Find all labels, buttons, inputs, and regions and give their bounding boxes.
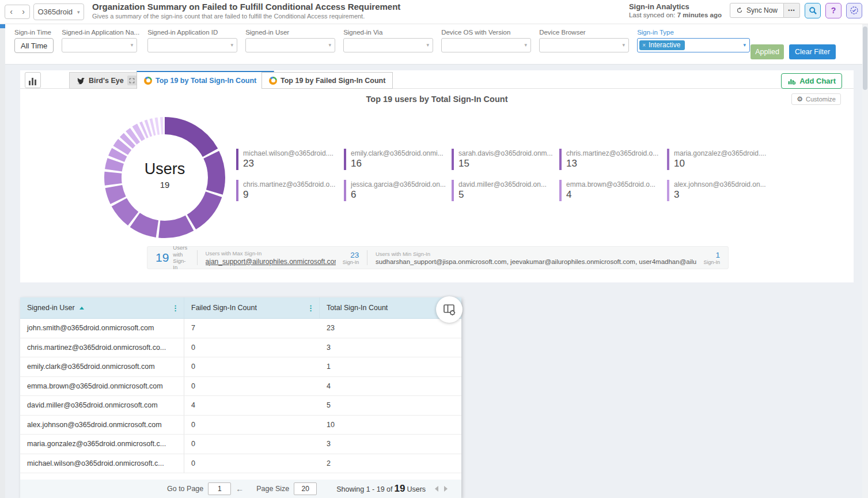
filter-group-sign-in-time: Sign-in TimeAll Time: [14, 29, 54, 53]
scrollbar[interactable]: [862, 24, 868, 498]
cell-total-count: 4: [320, 377, 461, 396]
legend-user-name: alex.johnson@o365droid.on...: [674, 180, 775, 188]
table-row[interactable]: chris.martinez@o365droid.onmicrosoft.co.…: [20, 338, 461, 358]
table-row[interactable]: maria.gonzalez@o365droid.onmicrosoft.c..…: [20, 435, 461, 454]
donut-chart: Users 19: [104, 116, 226, 239]
table-footer: Go to Page ← Page Size Showing 1 - 19 of…: [20, 480, 461, 498]
column-menu-icon[interactable]: ⋮: [172, 304, 179, 312]
goto-page-input[interactable]: [208, 482, 231, 495]
chart-legend: michael.wilson@o365droid....23emily.clar…: [236, 149, 775, 201]
filter-select-signed-in-application-id[interactable]: ▾: [147, 38, 237, 52]
page-title: Organization Summary on Failed to Fulfil…: [92, 2, 400, 12]
table-row[interactable]: emma.brown@o365droid.onmicrosoft.com04: [20, 377, 461, 397]
column-header-signed-in-user[interactable]: Signed-in User ⋮: [20, 297, 184, 318]
org-selector-value: O365droid: [37, 7, 73, 16]
cell-signed-in-user: emma.brown@o365droid.onmicrosoft.com: [20, 377, 184, 396]
go-arrow-icon[interactable]: ←: [236, 484, 244, 493]
cell-signed-in-user: chris.martinez@o365droid.onmicrosoft.co.…: [20, 338, 184, 357]
stat-min-users: sudharshan_support@jispa.onmicrosoft.com…: [376, 258, 696, 265]
legend-value: 15: [458, 158, 559, 169]
filter-select-signed-in-application-na[interactable]: ▾: [62, 38, 137, 52]
legend-item[interactable]: jessica.garcia@o365droid.on...6: [344, 180, 452, 201]
scrollbar-thumb[interactable]: [863, 27, 867, 90]
table-row[interactable]: michael.wilson@o365droid.onmicrosoft.c..…: [20, 454, 461, 474]
filter-select-device-os-with-version[interactable]: ▾: [441, 38, 531, 52]
legend-item[interactable]: chris.martinez@o365droid.o...13: [559, 149, 667, 170]
filter-group-signed-in-application-na: Signed-in Application Na...▾: [62, 29, 139, 53]
scheduler-button[interactable]: [846, 3, 862, 18]
left-rail: [0, 28, 5, 498]
chart-panel: Bird's Eye Top 19 by Total Sign-In Count…: [20, 70, 854, 282]
page-size-input[interactable]: [294, 482, 317, 495]
filters-container: Sign-in TimeAll TimeSigned-in Applicatio…: [14, 29, 750, 53]
search-button[interactable]: [805, 3, 821, 18]
tab-birds-eye[interactable]: Bird's Eye: [69, 72, 145, 89]
stat-max-user-link[interactable]: ajan_support@ailurophiles.onmicrosoft.co…: [206, 258, 336, 266]
signin-analytics-page: { "header": { "org_selector": "O365droid…: [0, 0, 868, 498]
showing-count: 19: [395, 483, 405, 494]
table-row[interactable]: john.smith@o365droid.onmicrosoft.com723: [20, 319, 461, 338]
column-menu-icon[interactable]: ⋮: [307, 304, 314, 312]
legend-user-name: sarah.davis@o365droid.onm...: [458, 149, 559, 157]
cell-signed-in-user: michael.wilson@o365droid.onmicrosoft.c..…: [20, 454, 184, 473]
legend-user-name: jessica.garcia@o365droid.on...: [351, 180, 452, 188]
next-page-icon[interactable]: [444, 486, 448, 492]
filter-button-sign-in-time[interactable]: All Time: [14, 38, 54, 53]
filter-group-sign-in-type: Sign-in Type×Interactive▾: [637, 29, 750, 53]
filter-select-signed-in-user[interactable]: ▾: [245, 38, 335, 52]
legend-item[interactable]: chris.martinez@o365droid.o...9: [236, 180, 344, 201]
legend-item[interactable]: alex.johnson@o365droid.on...3: [667, 180, 775, 201]
table-row[interactable]: alex.johnson@o365droid.onmicrosoft.com01…: [20, 416, 461, 435]
legend-item[interactable]: david.miller@o365droid.on...5: [452, 180, 559, 201]
more-options-button[interactable]: •••: [784, 3, 800, 18]
filter-label-signed-in-application-na: Signed-in Application Na...: [62, 29, 139, 36]
filter-label-signed-in-application-id: Signed-in Application ID: [147, 29, 237, 36]
signin-stats-bar: 19 Users with Sign-In Users with Max Sig…: [147, 246, 729, 269]
chevron-down-icon: ▾: [525, 42, 528, 48]
sync-now-button[interactable]: Sync Now: [730, 3, 784, 18]
stat-users-with-signin: 19 Users with Sign-In: [147, 244, 197, 271]
clear-filter-button[interactable]: Clear Filter: [789, 44, 836, 59]
cell-total-count: 2: [320, 454, 461, 473]
legend-item[interactable]: michael.wilson@o365droid....23: [236, 149, 344, 170]
legend-item[interactable]: emily.clark@o365droid.onmi...16: [344, 149, 452, 170]
title-block: Organization Summary on Failed to Fulfil…: [92, 2, 400, 20]
tab-birds-eye-label: Bird's Eye: [89, 77, 124, 85]
legend-item[interactable]: sarah.davis@o365droid.onm...15: [452, 149, 559, 170]
tab-top-total-label: Top 19 by Total Sign-In Count: [156, 77, 256, 85]
legend-user-name: chris.martinez@o365droid.o...: [566, 149, 667, 157]
search-icon: [809, 6, 817, 15]
remove-tag-icon[interactable]: ×: [642, 42, 646, 48]
filter-select-signed-in-via[interactable]: ▾: [343, 38, 433, 52]
legend-item[interactable]: maria.gonzalez@o365droid....10: [667, 149, 775, 170]
legend-item[interactable]: emma.brown@o365droid.o...4: [559, 180, 667, 201]
filter-select-sign-in-type[interactable]: ×Interactive▾: [637, 38, 750, 52]
cell-signed-in-user: alex.johnson@o365droid.onmicrosoft.com: [20, 416, 184, 435]
last-synced-value: 7 minutes ago: [677, 12, 722, 18]
filter-select-device-browser[interactable]: ▾: [539, 38, 629, 52]
table-row[interactable]: emily.clark@o365droid.onmicrosoft.com01: [20, 357, 461, 377]
legend-value: 4: [566, 189, 667, 201]
org-selector-dropdown[interactable]: O365droid ▾: [33, 3, 84, 20]
cell-failed-count: 4: [184, 396, 320, 415]
tab-top-total-signin[interactable]: Top 19 by Total Sign-In Count ×: [137, 71, 274, 89]
cell-signed-in-user: maria.gonzalez@o365droid.onmicrosoft.c..…: [20, 435, 184, 454]
expand-icon[interactable]: [127, 76, 137, 85]
table-row[interactable]: david.miller@o365droid.onmicrosoft.com45: [20, 396, 461, 416]
column-chooser-button[interactable]: [436, 296, 463, 323]
chart-list-button[interactable]: [25, 72, 41, 88]
help-button[interactable]: ?: [825, 3, 842, 18]
column-settings-icon: [442, 303, 456, 316]
back-button[interactable]: ‹: [5, 5, 17, 18]
tab-top-failed-signin[interactable]: Top 19 by Failed Sign-In Count: [261, 72, 393, 89]
prev-page-icon[interactable]: [435, 486, 438, 492]
legend-user-name: david.miller@o365droid.on...: [458, 180, 559, 188]
applied-button[interactable]: Applied: [751, 44, 784, 59]
column-header-failed-count[interactable]: Failed Sign-In Count ⋮: [184, 297, 320, 318]
cell-failed-count: 0: [184, 435, 320, 454]
add-chart-button[interactable]: Add Chart: [781, 73, 842, 89]
forward-button[interactable]: ›: [17, 5, 29, 18]
showing-text: Showing 1 - 19 of19Users: [336, 483, 426, 495]
chevron-down-icon: ▾: [623, 42, 626, 48]
filter-tag-sign-in-type: ×Interactive: [639, 40, 685, 50]
